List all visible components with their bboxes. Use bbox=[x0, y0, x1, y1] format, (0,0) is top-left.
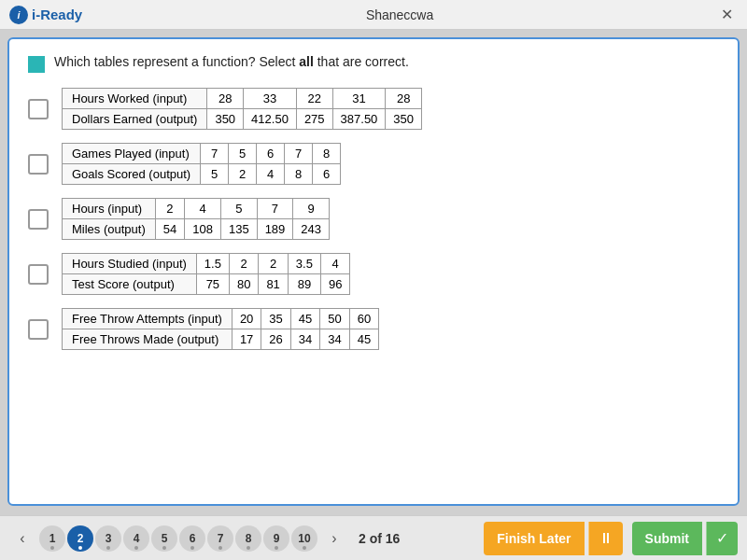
cell-value: 2 bbox=[155, 199, 184, 219]
page-btn-2[interactable]: 2 bbox=[67, 525, 93, 552]
cell-value: 108 bbox=[185, 219, 221, 240]
cell-value: 34 bbox=[320, 329, 349, 350]
page-btn-5[interactable]: 5 bbox=[151, 525, 177, 552]
next-nav-button[interactable]: › bbox=[321, 525, 347, 552]
table-row: Hours Worked (input)2833223128 bbox=[63, 89, 422, 109]
option-row-1: Hours Worked (input)2833223128Dollars Ea… bbox=[28, 88, 719, 130]
close-button[interactable]: ✕ bbox=[717, 5, 738, 25]
cell-value: 80 bbox=[229, 274, 258, 295]
checkbox-4[interactable] bbox=[28, 264, 49, 285]
page-btn-1[interactable]: 1 bbox=[39, 525, 65, 552]
page-btn-7[interactable]: 7 bbox=[207, 525, 233, 552]
cell-value: 6 bbox=[257, 144, 285, 164]
pause-button[interactable]: ⏸ bbox=[588, 522, 623, 555]
table-row: Hours Studied (input)1.5223.54 bbox=[63, 254, 350, 274]
cell-value: 26 bbox=[261, 329, 290, 350]
cell-value: 350 bbox=[207, 109, 244, 130]
cell-value: 89 bbox=[288, 274, 320, 295]
cell-value: 7 bbox=[201, 144, 229, 164]
app-logo: i i-Ready bbox=[9, 6, 82, 24]
page-btn-10[interactable]: 10 bbox=[291, 525, 317, 552]
option-row-5: Free Throw Attempts (input)2035455060Fre… bbox=[28, 308, 719, 350]
table-row: Miles (output)54108135189243 bbox=[63, 219, 330, 240]
cell-value: 4 bbox=[320, 254, 349, 274]
cell-value: 50 bbox=[320, 309, 349, 329]
cell-value: 2 bbox=[229, 254, 258, 274]
page-btn-8[interactable]: 8 bbox=[235, 525, 261, 552]
row-label: Hours Studied (input) bbox=[63, 254, 197, 274]
cell-value: 350 bbox=[386, 109, 422, 130]
prev-nav-button[interactable]: ‹ bbox=[9, 525, 35, 552]
page-btn-6[interactable]: 6 bbox=[179, 525, 205, 552]
options-container: Hours Worked (input)2833223128Dollars Ea… bbox=[28, 88, 719, 350]
logo-icon: i bbox=[9, 6, 28, 24]
page-btn-9[interactable]: 9 bbox=[263, 525, 289, 552]
cell-value: 28 bbox=[386, 89, 422, 109]
checkbox-5[interactable] bbox=[28, 319, 49, 340]
submit-check-button[interactable]: ✓ bbox=[706, 522, 738, 555]
question-suffix: that are correct. bbox=[314, 54, 409, 69]
cell-value: 135 bbox=[220, 219, 257, 240]
row-label: Dollars Earned (output) bbox=[63, 109, 207, 130]
logo-text: i-Ready bbox=[32, 7, 82, 22]
cell-value: 3.5 bbox=[288, 254, 320, 274]
cell-value: 387.50 bbox=[332, 109, 386, 130]
checkbox-3[interactable] bbox=[28, 209, 49, 230]
titlebar: i i-Ready Shaneccwa ✕ bbox=[0, 0, 747, 30]
row-label: Games Played (input) bbox=[63, 144, 201, 164]
cell-value: 28 bbox=[207, 89, 244, 109]
teal-square-icon bbox=[28, 56, 45, 73]
finish-later-button[interactable]: Finish Later bbox=[484, 522, 584, 555]
checkbox-1[interactable] bbox=[28, 99, 49, 119]
question-header: Which tables represent a function? Selec… bbox=[28, 54, 719, 73]
data-table-2: Games Played (input)75678Goals Scored (o… bbox=[62, 143, 341, 185]
cell-value: 75 bbox=[196, 274, 229, 295]
question-bold: all bbox=[299, 54, 314, 69]
row-label: Free Throws Made (output) bbox=[63, 329, 233, 350]
cell-value: 54 bbox=[155, 219, 184, 240]
progress-text: 2 of 16 bbox=[359, 531, 400, 546]
submit-button[interactable]: Submit bbox=[632, 522, 702, 555]
cell-value: 96 bbox=[320, 274, 349, 295]
table-row: Games Played (input)75678 bbox=[63, 144, 341, 164]
cell-value: 22 bbox=[296, 89, 332, 109]
table-row: Goals Scored (output)52486 bbox=[63, 164, 341, 185]
cell-value: 8 bbox=[313, 144, 341, 164]
option-row-3: Hours (input)24579Miles (output)54108135… bbox=[28, 198, 719, 240]
data-table-5: Free Throw Attempts (input)2035455060Fre… bbox=[62, 308, 379, 350]
data-table-3: Hours (input)24579Miles (output)54108135… bbox=[62, 198, 330, 240]
question-text: Which tables represent a function? Selec… bbox=[54, 54, 409, 69]
checkbox-2[interactable] bbox=[28, 154, 49, 175]
data-table-4: Hours Studied (input)1.5223.54Test Score… bbox=[62, 253, 350, 295]
cell-value: 2 bbox=[229, 164, 257, 185]
row-label: Test Score (output) bbox=[63, 274, 197, 295]
cell-value: 9 bbox=[293, 199, 330, 219]
cell-value: 243 bbox=[293, 219, 330, 240]
cell-value: 1.5 bbox=[196, 254, 229, 274]
row-label: Hours Worked (input) bbox=[63, 89, 207, 109]
page-buttons: 12345678910 bbox=[39, 525, 317, 552]
cell-value: 20 bbox=[232, 309, 261, 329]
cell-value: 5 bbox=[229, 144, 257, 164]
question-prefix: Which tables represent a function? Selec… bbox=[54, 54, 299, 69]
cell-value: 8 bbox=[285, 164, 313, 185]
cell-value: 6 bbox=[313, 164, 341, 185]
data-table-1: Hours Worked (input)2833223128Dollars Ea… bbox=[62, 88, 422, 130]
page-btn-4[interactable]: 4 bbox=[123, 525, 149, 552]
bottom-bar: ‹ 12345678910 › 2 of 16 Finish Later ⏸ S… bbox=[0, 515, 747, 560]
cell-value: 17 bbox=[232, 329, 261, 350]
row-label: Hours (input) bbox=[63, 199, 156, 219]
cell-value: 4 bbox=[185, 199, 221, 219]
table-row: Test Score (output)7580818996 bbox=[63, 274, 350, 295]
cell-value: 45 bbox=[290, 309, 319, 329]
window-title: Shaneccwa bbox=[366, 7, 433, 22]
cell-value: 35 bbox=[261, 309, 290, 329]
table-row: Free Throw Attempts (input)2035455060 bbox=[63, 309, 379, 329]
cell-value: 33 bbox=[244, 89, 297, 109]
option-row-2: Games Played (input)75678Goals Scored (o… bbox=[28, 143, 719, 185]
cell-value: 7 bbox=[257, 199, 293, 219]
cell-value: 4 bbox=[257, 164, 285, 185]
cell-value: 7 bbox=[285, 144, 313, 164]
page-btn-3[interactable]: 3 bbox=[95, 525, 121, 552]
cell-value: 189 bbox=[257, 219, 293, 240]
